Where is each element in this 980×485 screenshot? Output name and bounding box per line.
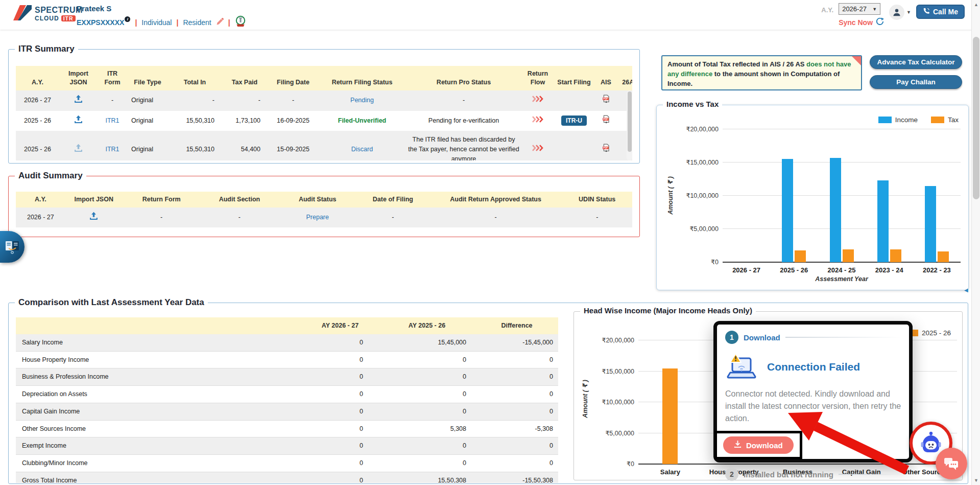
account-chevron-icon[interactable]: ▼ — [906, 10, 911, 15]
connector-popup: 1 Download Connection Failed Connector n… — [713, 321, 913, 463]
panel-collapse-icon[interactable]: ◀ — [964, 287, 968, 293]
y-tick-label: ₹20,00,000 — [581, 336, 634, 344]
y-tick-label: ₹15,00,000 — [665, 158, 719, 166]
ais-pdf-icon[interactable]: PDF — [602, 115, 610, 127]
scrollbar-thumb[interactable] — [973, 37, 979, 199]
chat-button[interactable] — [936, 448, 967, 479]
audit-summary-title: Audit Summary — [15, 171, 86, 181]
laptop-warning-icon — [725, 352, 757, 382]
legend-item-Income[interactable]: Income — [878, 116, 918, 124]
step-2-label: Installed but not running — [744, 470, 833, 479]
y-tick-label: ₹5,00,000 — [581, 429, 634, 437]
y-tick-label: ₹5,00,000 — [665, 225, 719, 233]
return-flow-icon[interactable] — [532, 116, 544, 126]
client-pan: EXXPSXXXXXi — [77, 18, 130, 27]
person-icon — [892, 8, 901, 17]
residency-status: Resident — [183, 18, 211, 27]
edit-pencil-icon[interactable] — [216, 18, 224, 27]
user-avatar[interactable] — [889, 5, 904, 20]
bar-Tax-2025-26 — [795, 250, 806, 262]
app-logo: SPECTRUM CLOUD ITR — [13, 5, 83, 22]
gridline — [723, 162, 961, 163]
call-me-button[interactable]: Call Me — [916, 5, 965, 19]
table-scrollbar[interactable] — [627, 90, 632, 160]
bar-Tax-2022-23 — [938, 251, 949, 262]
ais-pdf-icon[interactable]: PDF — [602, 95, 610, 107]
column-header: Start Filing — [554, 66, 594, 90]
itr-u-badge[interactable]: ITR-U — [561, 116, 587, 126]
chart-legend: IncomeTax — [878, 116, 959, 124]
legend-item-Tax[interactable]: Tax — [931, 116, 959, 124]
logo-mark-icon — [13, 5, 32, 22]
download-button[interactable]: Download — [723, 436, 794, 454]
x-tick-label: Salary — [638, 468, 702, 476]
x-axis-line — [638, 464, 957, 465]
y-tick-label: ₹20,00,000 — [665, 125, 719, 133]
itr-form-link[interactable]: ITR1 — [105, 117, 119, 124]
itr-summary-table: A.Y.Import JSONITR FormFile TypeTotal In… — [16, 66, 632, 160]
column-header: AY 2026 - 27 — [302, 317, 378, 334]
bar-Income-2023-24 — [877, 180, 889, 262]
entity-type: Individual — [141, 18, 172, 27]
import-json-upload-icon[interactable] — [74, 144, 83, 155]
svg-text:PDF: PDF — [603, 146, 608, 149]
column-header: Return Flow — [522, 66, 554, 90]
column-header: Return Form — [123, 192, 201, 207]
app-header: SPECTRUM CLOUD ITR Prateek S EXXPSXXXXXi… — [0, 0, 980, 30]
divider — [785, 337, 901, 338]
logo-text-spectrum: SPECTRUM — [35, 6, 83, 14]
chevron-down-icon: ▼ — [872, 7, 877, 12]
import-json-upload-icon[interactable] — [74, 95, 83, 106]
return-filing-status[interactable]: Discard — [351, 146, 373, 153]
column-header: File Type — [127, 66, 168, 90]
scroll-up-icon[interactable]: ▲ — [972, 2, 980, 7]
legend-swatch — [931, 117, 944, 123]
svg-text:PDF: PDF — [603, 118, 608, 120]
assessment-year-select[interactable]: 2026-27 ▼ — [839, 3, 880, 15]
step-2-badge: 2 — [725, 468, 738, 481]
y-tick-label: ₹0 — [581, 460, 634, 468]
comparison-row: Gross Total Income015,50,308-15,50,308 — [16, 472, 558, 483]
return-flow-icon[interactable] — [532, 96, 544, 105]
import-json-upload-icon[interactable] — [74, 115, 83, 127]
column-header: Filing Date — [268, 66, 319, 90]
divider — [839, 474, 901, 475]
tax-dept-emblem-icon[interactable] — [235, 15, 246, 29]
table-scrollbar-thumb[interactable] — [628, 91, 632, 152]
column-header — [16, 317, 302, 334]
client-info: Prateek S EXXPSXXXXXi | Individual | Res… — [77, 4, 246, 29]
separator: | — [228, 18, 230, 27]
audit-summary-panel: Audit Summary A.Y.Import JSONReturn Form… — [8, 176, 640, 237]
import-json-upload-icon[interactable] — [89, 212, 98, 223]
return-filing-status: Filed-Unverified — [338, 117, 386, 124]
chat-bubbles-icon — [944, 457, 959, 471]
column-header: AY 2025 - 26 — [378, 317, 475, 334]
itr-summary-panel: ITR Summary A.Y.Import JSONITR FormFile … — [8, 49, 640, 164]
sync-now-button[interactable]: Sync Now — [839, 17, 884, 27]
logo-text-cloud: CLOUD — [35, 15, 59, 21]
notice-details-link[interactable]: Click here to check the details — [667, 89, 756, 90]
notice-corner-fold — [851, 55, 862, 66]
y-tick-label: ₹15,00,000 — [581, 367, 634, 375]
y-tick-label: ₹10,00,000 — [665, 192, 719, 199]
notice-ais-text: AIS / 26 AS — [770, 60, 804, 68]
comparison-row: Exempt Income000 — [16, 437, 558, 455]
column-header: Audit Status — [278, 192, 356, 207]
audit-status-link[interactable]: Prepare — [306, 214, 328, 221]
return-filing-status[interactable]: Pending — [350, 97, 374, 104]
itr-form-link[interactable]: ITR1 — [105, 146, 119, 153]
logo-itr-badge: ITR — [61, 15, 76, 22]
advance-tax-calculator-button[interactable]: Advance Tax Calculator — [870, 55, 962, 69]
column-header: Import JSON — [59, 66, 98, 90]
pan-info-icon[interactable]: i — [125, 16, 130, 22]
scroll-down-icon[interactable]: ▼ — [972, 478, 980, 483]
ais-notice-box: Amount of Total Tax reflected in AIS / 2… — [661, 55, 862, 90]
column-header: ITR Form — [98, 66, 127, 90]
gridline — [723, 129, 961, 129]
return-flow-icon[interactable] — [532, 145, 544, 154]
page-scrollbar[interactable]: ▲ ▼ — [971, 0, 980, 485]
ais-pdf-icon[interactable]: PDF — [602, 144, 610, 156]
pay-challan-button[interactable]: Pay Challan — [870, 75, 962, 89]
itr-table-row: 2026 - 27-Original---Pending-PDFPDF — [16, 90, 632, 111]
bar-Income-2024-25 — [830, 158, 841, 262]
